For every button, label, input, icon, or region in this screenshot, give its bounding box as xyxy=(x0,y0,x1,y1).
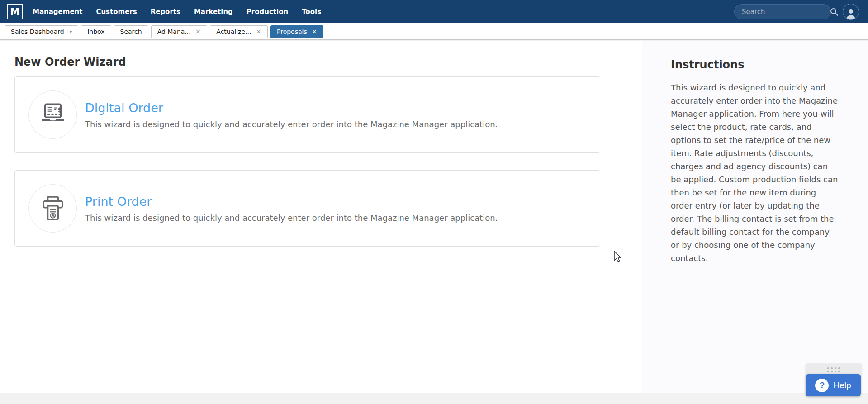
chevron-down-icon[interactable]: ▾ xyxy=(70,29,72,35)
tab-label: Sales Dashboard xyxy=(11,28,64,35)
nav-item-marketing[interactable]: Marketing xyxy=(194,8,233,16)
tab-label: Actualize... xyxy=(216,28,251,35)
instructions-body: This wizard is designed to quickly and a… xyxy=(671,81,839,265)
main-panel: New Order Wizard $ Digital Order xyxy=(0,41,642,393)
close-icon[interactable]: × xyxy=(312,29,318,35)
content-area: New Order Wizard $ Digital Order xyxy=(0,41,868,393)
digital-order-description: This wizard is designed to quickly and a… xyxy=(85,119,498,129)
print-order-link[interactable]: Print Order xyxy=(85,195,152,209)
tab-label: Search xyxy=(120,28,142,35)
help-widget: ? Help xyxy=(806,364,862,396)
global-search xyxy=(734,4,831,19)
nav-item-tools[interactable]: Tools xyxy=(302,8,321,16)
nav-item-reports[interactable]: Reports xyxy=(151,8,180,16)
printer-invoice-icon: $ xyxy=(38,194,68,223)
nav-item-production[interactable]: Production xyxy=(247,8,288,16)
tab-inbox[interactable]: Inbox xyxy=(81,25,111,38)
digital-order-card: $ Digital Order This wizard is designed … xyxy=(14,76,600,153)
tab-label: Inbox xyxy=(87,28,104,35)
nav-item-customers[interactable]: Customers xyxy=(96,8,137,16)
help-button-label: Help xyxy=(833,380,851,390)
tab-search[interactable]: Search xyxy=(114,25,148,38)
print-order-description: This wizard is designed to quickly and a… xyxy=(85,213,498,223)
app-logo[interactable]: M xyxy=(7,4,23,19)
drag-dots-icon xyxy=(827,367,840,369)
print-order-card: $ Print Order This wizard is designed to… xyxy=(14,170,600,247)
question-mark-icon: ? xyxy=(815,379,829,392)
search-input[interactable] xyxy=(742,8,830,16)
tab-label: Ad Mana... xyxy=(157,28,191,35)
help-button[interactable]: ? Help xyxy=(806,374,861,396)
svg-text:$: $ xyxy=(52,213,55,218)
drag-dots-icon xyxy=(827,371,840,372)
tab-label: Proposals xyxy=(277,28,307,35)
digital-order-link[interactable]: Digital Order xyxy=(85,101,163,115)
tab-ad-manager[interactable]: Ad Mana... × xyxy=(151,25,208,38)
instructions-panel: Instructions This wizard is designed to … xyxy=(642,41,868,393)
close-icon[interactable]: × xyxy=(256,29,261,35)
page-title: New Order Wizard xyxy=(14,56,642,68)
top-navbar: M Management Customers Reports Marketing… xyxy=(0,0,868,23)
user-avatar[interactable] xyxy=(843,4,859,20)
tab-bar: Sales Dashboard ▾ Inbox Search Ad Mana..… xyxy=(0,23,868,40)
close-icon[interactable]: × xyxy=(195,29,201,35)
nav-item-management[interactable]: Management xyxy=(33,8,82,16)
person-icon xyxy=(845,8,857,19)
instructions-title: Instructions xyxy=(671,58,841,71)
print-order-text: Print Order This wizard is designed to q… xyxy=(85,195,498,223)
search-icon[interactable] xyxy=(830,7,839,16)
laptop-invoice-icon: $ xyxy=(38,100,68,130)
print-order-icon-circle: $ xyxy=(28,184,77,233)
digital-order-icon-circle: $ xyxy=(28,90,77,139)
digital-order-text: Digital Order This wizard is designed to… xyxy=(85,101,498,129)
tab-sales-dashboard[interactable]: Sales Dashboard ▾ xyxy=(5,25,78,38)
tab-proposals[interactable]: Proposals × xyxy=(270,25,323,38)
main-menu: Management Customers Reports Marketing P… xyxy=(33,8,321,16)
svg-text:$: $ xyxy=(57,106,62,113)
tab-actualize[interactable]: Actualize... × xyxy=(210,25,268,38)
